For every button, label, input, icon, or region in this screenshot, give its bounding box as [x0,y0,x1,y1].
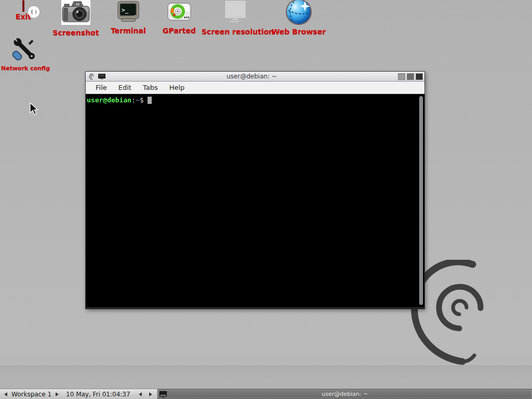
desktop-icon-label: GParted [157,26,201,35]
scrollbar-thumb[interactable] [419,96,423,305]
prompt-line: user@debian:~$ [87,96,152,104]
workspace-pager[interactable]: Workspace 1 [11,391,51,398]
window-titlebar[interactable]: user@debian: ~ [86,72,424,82]
close-button[interactable] [416,73,423,80]
mouse-cursor [30,102,39,118]
crt-terminal-icon: >_ [117,1,139,25]
task-button-title: user@debian: ~ [158,391,532,397]
pager-next-icon[interactable] [56,392,59,396]
tasklist-prev-icon[interactable] [139,392,142,396]
power-icon [22,1,24,11]
minimize-button[interactable] [398,73,405,80]
taskbar-clock: 10 May, Fri 01:04:37 [66,391,130,398]
desktop-icon-label: Screen resolution [202,28,269,36]
window-title: user@debian: ~ [107,73,396,80]
prompt-dollar: $ [140,96,144,104]
task-monitor-icon [159,391,167,399]
menu-file[interactable]: File [90,82,113,93]
terminal-cursor [148,97,152,104]
pager-prev-icon[interactable] [4,392,7,396]
monitor-icon [223,0,248,26]
taskbar: Workspace 1 10 May, Fri 01:04:37 user@de… [0,389,532,399]
desktop-icon-label: Screenshot [52,29,100,37]
desktop-icon-network-config[interactable]: Network config [1,36,48,72]
menu-edit[interactable]: Edit [113,82,137,93]
prompt-user-host: user@debian [87,96,131,104]
tasklist-next-icon[interactable] [149,392,152,396]
desktop-icon-web-browser[interactable]: Web Browser [270,0,327,36]
desktop-icon-label: Web Browser [270,28,327,36]
menu-tabs[interactable]: Tabs [137,82,164,93]
svg-text:>_: >_ [122,7,129,14]
prompt-path: ~ [136,96,140,104]
task-button-terminal[interactable]: user@debian: ~ [157,389,532,399]
prompt-colon: : [131,96,136,104]
desktop-icon-terminal[interactable]: >_ Terminal [107,1,150,35]
disk-partition-icon [167,1,191,25]
desktop-icon-gparted[interactable]: GParted [157,1,201,35]
desktop-icon-exit[interactable]: Exit [7,1,39,21]
crossed-tools-icon [12,36,37,63]
terminal-screen[interactable]: user@debian:~$ [86,95,424,307]
wallpaper-floor-shading [0,364,532,389]
desktop-icon-screenshot[interactable]: Screenshot [52,0,100,37]
desktop-icon-label: Network config [1,65,48,72]
menu-help[interactable]: Help [164,82,191,93]
debian-swirl-icon [89,73,95,80]
camera-icon [61,0,90,25]
desktop-icon-label: Terminal [107,26,150,35]
globe-icon [287,0,311,24]
maximize-button[interactable] [407,73,414,80]
terminal-app-icon [98,74,105,79]
desktop-icon-screen-resolution[interactable]: Screen resolution [202,0,269,36]
terminal-menubar: File Edit Tabs Help [86,82,424,94]
terminal-scrollbar[interactable] [419,96,423,305]
terminal-window: user@debian: ~ File Edit Tabs Help user@… [85,71,425,309]
